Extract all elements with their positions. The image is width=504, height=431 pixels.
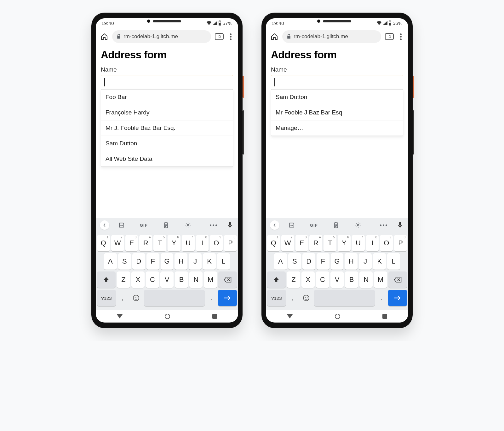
kb-sticker-button[interactable]	[111, 222, 132, 228]
kb-enter-key[interactable]	[218, 290, 237, 306]
kb-key-k[interactable]: K	[203, 253, 216, 270]
power-button[interactable]	[243, 76, 244, 98]
autofill-manage[interactable]: Manage…	[271, 120, 403, 136]
kb-period-key[interactable]: .	[206, 290, 217, 306]
kb-key-o[interactable]: O9	[210, 235, 223, 251]
kb-key-r[interactable]: R4	[309, 235, 322, 251]
kb-key-f[interactable]: F	[146, 253, 159, 270]
kb-key-p[interactable]: P0	[224, 235, 237, 251]
kb-key-c[interactable]: C	[146, 271, 159, 288]
kb-key-n[interactable]: N	[359, 271, 373, 288]
kb-key-b[interactable]: B	[175, 271, 188, 288]
kb-backspace-key[interactable]	[218, 271, 237, 288]
kb-key-y[interactable]: Y6	[168, 235, 180, 251]
volume-button[interactable]	[243, 110, 244, 154]
kb-key-n[interactable]: N	[189, 271, 203, 288]
kb-key-i[interactable]: I8	[366, 235, 379, 251]
kb-key-d[interactable]: D	[132, 253, 145, 270]
kb-key-p[interactable]: P0	[394, 235, 407, 251]
kb-key-e[interactable]: E3	[295, 235, 308, 251]
kb-clipboard-button[interactable]	[155, 222, 176, 228]
power-button[interactable]	[413, 76, 414, 98]
kb-key-u[interactable]: U7	[352, 235, 365, 251]
kb-key-r[interactable]: R4	[139, 235, 152, 251]
autofill-suggestion[interactable]: Sam Dutton	[271, 90, 403, 105]
kb-key-h[interactable]: H	[345, 253, 358, 270]
kb-key-g[interactable]: G	[161, 253, 174, 270]
kb-shift-key[interactable]	[267, 271, 286, 288]
kb-key-b[interactable]: B	[345, 271, 358, 288]
kb-gif-button[interactable]: GIF	[303, 223, 324, 228]
kb-key-k[interactable]: K	[373, 253, 386, 270]
kb-key-x[interactable]: X	[301, 271, 315, 288]
autofill-suggestion[interactable]: Mr Fooble J Baz Bar Esq.	[271, 105, 403, 120]
tab-switcher-button[interactable]: :D	[215, 33, 224, 40]
nav-back-button[interactable]	[287, 314, 293, 318]
name-input[interactable]	[271, 75, 403, 90]
kb-key-q[interactable]: Q1	[267, 235, 280, 251]
autofill-suggestion[interactable]: All Web Site Data	[101, 151, 233, 166]
name-input[interactable]	[101, 75, 233, 90]
kb-key-y[interactable]: Y6	[338, 235, 351, 251]
kb-key-e[interactable]: E3	[125, 235, 138, 251]
kb-key-j[interactable]: J	[359, 253, 372, 270]
kb-key-q[interactable]: Q1	[97, 235, 110, 251]
autofill-suggestion[interactable]: Sam Dutton	[101, 136, 233, 151]
kb-key-t[interactable]: T5	[324, 235, 336, 251]
kb-collapse-button[interactable]	[269, 220, 280, 230]
kb-comma-key[interactable]: ,	[287, 290, 298, 306]
kb-key-s[interactable]: S	[288, 253, 301, 270]
kb-collapse-button[interactable]	[99, 220, 110, 230]
home-button[interactable]	[100, 32, 108, 41]
nav-back-button[interactable]	[117, 314, 123, 318]
kb-key-w[interactable]: W2	[111, 235, 124, 251]
kb-key-u[interactable]: U7	[182, 235, 195, 251]
nav-recent-button[interactable]	[212, 314, 217, 319]
kb-key-m[interactable]: M	[204, 271, 217, 288]
kb-key-s[interactable]: S	[118, 253, 131, 270]
url-bar[interactable]: rm-codelab-1.glitch.me	[282, 30, 381, 43]
kb-emoji-key[interactable]	[299, 290, 313, 306]
kb-key-a[interactable]: A	[274, 253, 287, 270]
kb-key-l[interactable]: L	[217, 253, 230, 270]
kb-key-t[interactable]: T5	[153, 235, 166, 251]
kb-key-z[interactable]: Z	[117, 271, 130, 288]
kb-key-v[interactable]: V	[330, 271, 344, 288]
kb-mic-button[interactable]	[225, 222, 235, 228]
kb-space-key[interactable]	[144, 290, 205, 306]
kb-shift-key[interactable]	[97, 271, 116, 288]
kb-key-f[interactable]: F	[317, 253, 329, 270]
kb-period-key[interactable]: .	[376, 290, 387, 306]
kb-settings-button[interactable]	[347, 222, 369, 228]
kb-key-x[interactable]: X	[131, 271, 145, 288]
autofill-suggestion[interactable]: Françoise Hardy	[101, 105, 233, 120]
kb-clipboard-button[interactable]	[325, 222, 346, 228]
url-bar[interactable]: rm-codelab-1.glitch.me	[112, 30, 211, 43]
kb-key-h[interactable]: H	[175, 253, 187, 270]
kb-key-v[interactable]: V	[160, 271, 174, 288]
kb-key-c[interactable]: C	[316, 271, 329, 288]
tab-switcher-button[interactable]: :D	[385, 33, 394, 40]
kb-more-button[interactable]	[373, 224, 394, 226]
kb-key-d[interactable]: D	[302, 253, 315, 270]
kb-enter-key[interactable]	[388, 290, 407, 306]
kb-key-z[interactable]: Z	[287, 271, 300, 288]
kb-comma-key[interactable]: ,	[117, 290, 128, 306]
kb-key-j[interactable]: J	[189, 253, 202, 270]
autofill-suggestion[interactable]: Mr J. Fooble Baz Bar Esq.	[101, 120, 233, 136]
home-button[interactable]	[270, 32, 278, 41]
kb-settings-button[interactable]	[177, 222, 199, 228]
kb-key-m[interactable]: M	[374, 271, 387, 288]
kb-key-o[interactable]: O9	[380, 235, 393, 251]
kb-more-button[interactable]	[203, 224, 224, 226]
kb-mic-button[interactable]	[395, 222, 405, 228]
kb-emoji-key[interactable]	[129, 290, 143, 306]
kb-key-l[interactable]: L	[387, 253, 400, 270]
nav-recent-button[interactable]	[382, 314, 387, 319]
nav-home-button[interactable]	[335, 314, 340, 319]
kb-key-a[interactable]: A	[104, 253, 117, 270]
nav-home-button[interactable]	[165, 314, 170, 319]
menu-button[interactable]	[227, 33, 234, 40]
kb-key-g[interactable]: G	[331, 253, 344, 270]
kb-symbols-key[interactable]: ?123	[267, 290, 286, 306]
